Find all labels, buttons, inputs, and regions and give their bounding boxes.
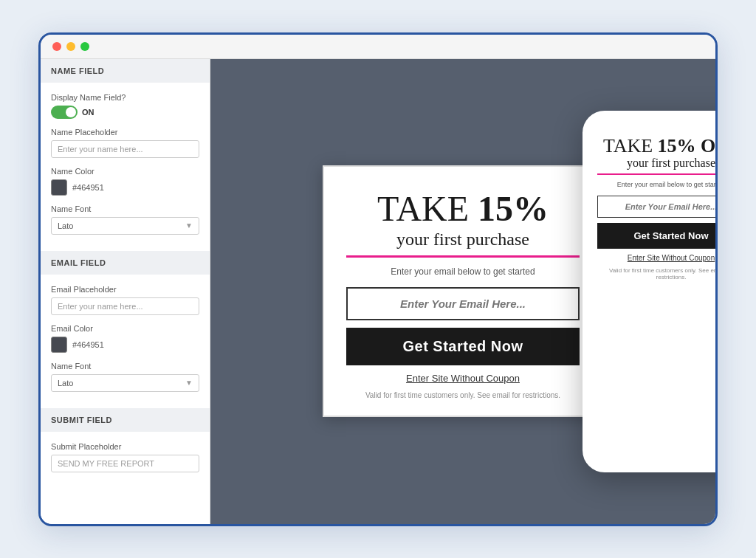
name-placeholder-label: Name Placeholder: [51, 128, 199, 137]
name-font-label: Name Font: [51, 204, 199, 213]
name-color-hex: #464951: [72, 183, 104, 192]
phone-headline-take: TAKE: [603, 135, 658, 156]
email-color-hex: #464951: [72, 340, 104, 349]
submit-placeholder-input[interactable]: SEND MY FREE REPORT: [51, 455, 199, 472]
popup-headline-percent: 15%: [478, 189, 549, 228]
phone-screen: × TAKE 15% OFF your first purchase Enter…: [587, 115, 715, 468]
popup-subheadline: your first purchase: [346, 230, 580, 258]
email-color-swatch[interactable]: [51, 337, 67, 353]
monitor-titlebar: [41, 35, 715, 59]
submit-placeholder-label: Submit Placeholder: [51, 442, 199, 451]
sidebar: NAME FIELD Display Name Field? ON Name P…: [41, 59, 210, 524]
popup-headline-take: TAKE: [377, 189, 478, 228]
name-placeholder-input[interactable]: Enter your name here...: [51, 140, 199, 158]
email-field-group: Email Placeholder Enter your name here..…: [41, 275, 210, 408]
email-color-row: #464951: [51, 337, 199, 353]
popup-skip-link[interactable]: Enter Site Without Coupon: [346, 373, 580, 384]
main-preview: TAKE 15% your first purchase Enter your …: [210, 59, 715, 524]
name-font-value: Lato: [58, 221, 73, 230]
email-placeholder-input[interactable]: Enter your name here...: [51, 297, 199, 315]
dot-yellow[interactable]: [66, 42, 75, 51]
phone-subheadline: your first purchase: [597, 156, 715, 175]
phone-frame: × TAKE 15% OFF your first purchase Enter…: [583, 111, 715, 472]
submit-field-section-header: SUBMIT FIELD: [41, 408, 210, 432]
toggle-row: ON: [51, 106, 199, 119]
display-name-toggle[interactable]: [51, 106, 78, 119]
dot-green[interactable]: [80, 42, 89, 51]
name-field-section-header: NAME FIELD: [41, 59, 210, 83]
monitor-body: NAME FIELD Display Name Field? ON Name P…: [41, 59, 715, 524]
chevron-down-icon-email: ▼: [185, 379, 193, 387]
phone-popup: TAKE 15% OFF your first purchase Enter y…: [587, 115, 715, 468]
phone-email-input[interactable]: [597, 196, 715, 218]
name-color-swatch[interactable]: [51, 179, 67, 196]
name-color-row: #464951: [51, 179, 199, 196]
phone-headline: TAKE 15% OFF: [597, 136, 715, 157]
email-placeholder-label: Email Placeholder: [51, 285, 199, 294]
email-field-section-header: EMAIL FIELD: [41, 251, 210, 275]
phone-headline-percent: 15% OFF: [658, 135, 715, 156]
phone-disclaimer: Valid for first time customers only. See…: [597, 267, 715, 280]
chevron-down-icon: ▼: [185, 221, 193, 230]
email-font-label: Name Font: [51, 362, 199, 371]
phone-skip-link[interactable]: Enter Site Without Coupon: [597, 254, 715, 262]
submit-field-group: Submit Placeholder SEND MY FREE REPORT: [41, 432, 210, 489]
popup-headline: TAKE 15%: [346, 190, 580, 227]
preview-wrapper: TAKE 15% your first purchase Enter your …: [210, 59, 715, 524]
desktop-popup: TAKE 15% your first purchase Enter your …: [323, 165, 603, 416]
monitor-frame: NAME FIELD Display Name Field? ON Name P…: [38, 32, 718, 526]
popup-cta-button[interactable]: Get Started Now: [346, 328, 580, 365]
display-name-field-label: Display Name Field?: [51, 93, 199, 102]
popup-email-input[interactable]: [346, 287, 580, 320]
name-field-group: Display Name Field? ON Name Placeholder …: [41, 83, 210, 251]
phone-cta-button[interactable]: Get Started Now: [597, 223, 715, 249]
name-color-label: Name Color: [51, 167, 199, 176]
phone-description: Enter your email below to get started: [597, 181, 715, 188]
email-font-value: Lato: [58, 379, 73, 388]
email-color-label: Email Color: [51, 324, 199, 333]
email-font-select[interactable]: Lato ▼: [51, 374, 199, 392]
popup-disclaimer: Valid for first time customers only. See…: [346, 391, 580, 399]
name-font-select[interactable]: Lato ▼: [51, 217, 199, 235]
toggle-state-label: ON: [82, 108, 94, 117]
popup-description: Enter your email below to get started: [346, 266, 580, 277]
dot-red[interactable]: [52, 42, 61, 51]
